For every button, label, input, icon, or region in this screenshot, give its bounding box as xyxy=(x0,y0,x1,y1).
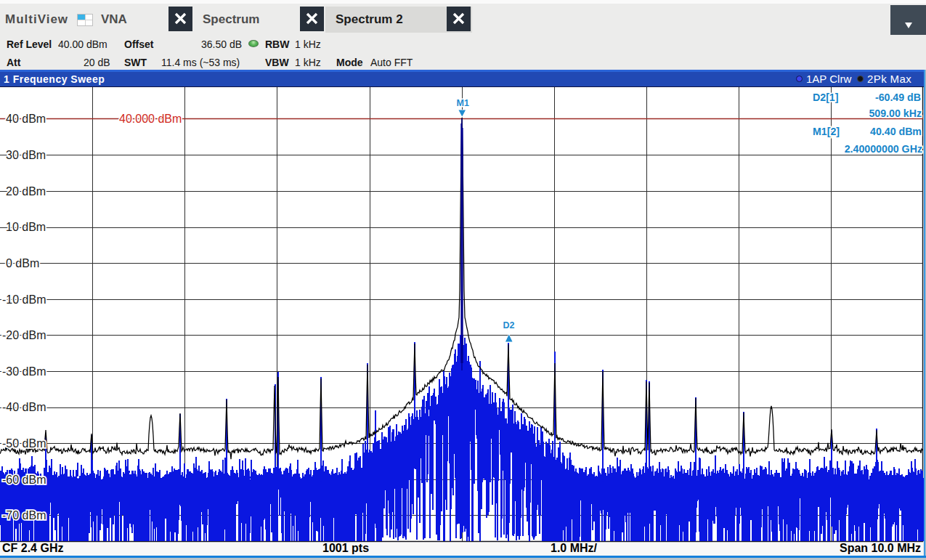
svg-text:M1[2]: M1[2] xyxy=(813,126,840,137)
svg-text:40.000 dBm: 40.000 dBm xyxy=(119,113,182,125)
svg-text:40 dBm: 40 dBm xyxy=(6,113,46,125)
svg-text:10 dBm: 10 dBm xyxy=(6,221,46,233)
svg-text:-70 dBm: -70 dBm xyxy=(2,509,46,522)
svg-text:D2: D2 xyxy=(503,320,515,330)
svg-text:20 dBm: 20 dBm xyxy=(6,185,46,198)
svg-text:-20 dBm: -20 dBm xyxy=(2,329,46,341)
svg-text:-50 dBm: -50 dBm xyxy=(2,437,46,450)
svg-text:40.40 dBm: 40.40 dBm xyxy=(870,126,922,137)
svg-text:-60 dBm: -60 dBm xyxy=(2,474,46,486)
svg-text:-40 dBm: -40 dBm xyxy=(2,401,46,413)
svg-text:-30 dBm: -30 dBm xyxy=(2,365,46,378)
svg-text:30 dBm: 30 dBm xyxy=(6,149,46,161)
svg-text:0 dBm: 0 dBm xyxy=(6,257,39,269)
svg-text:509.00 kHz: 509.00 kHz xyxy=(869,107,922,119)
svg-text:M1: M1 xyxy=(457,98,469,108)
svg-text:2.40000000 GHz: 2.40000000 GHz xyxy=(845,143,922,155)
svg-text:-10 dBm: -10 dBm xyxy=(2,293,46,306)
svg-text:-60.49 dB: -60.49 dB xyxy=(875,92,921,103)
svg-text:D2[1]: D2[1] xyxy=(813,92,838,103)
